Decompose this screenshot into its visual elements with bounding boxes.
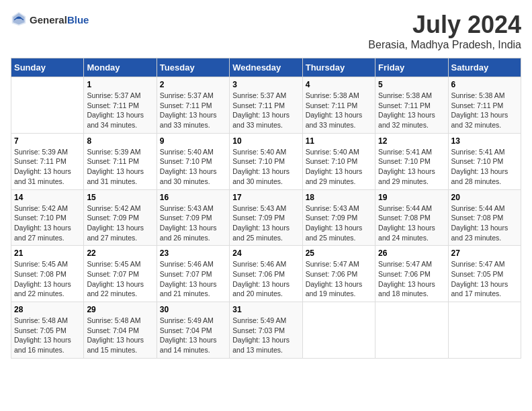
day-info: Sunrise: 5:38 AMSunset: 7:11 PMDaylight:… — [306, 91, 372, 130]
day-number: 10 — [232, 136, 299, 146]
logo-icon — [11, 11, 27, 27]
day-info: Sunrise: 5:48 AMSunset: 7:05 PMDaylight:… — [14, 316, 81, 355]
day-info: Sunrise: 5:44 AMSunset: 7:08 PMDaylight:… — [378, 203, 445, 243]
calendar-cell: 11Sunrise: 5:40 AMSunset: 7:10 PMDayligh… — [302, 133, 375, 189]
day-number: 20 — [451, 193, 518, 202]
day-number: 26 — [378, 248, 445, 258]
day-header-friday: Friday — [375, 58, 448, 77]
day-info: Sunrise: 5:37 AMSunset: 7:11 PMDaylight:… — [87, 91, 153, 130]
location-title: Berasia, Madhya Pradesh, India — [368, 39, 521, 51]
day-info: Sunrise: 5:43 AMSunset: 7:09 PMDaylight:… — [232, 203, 299, 243]
calendar-cell: 16Sunrise: 5:43 AMSunset: 7:09 PMDayligh… — [157, 189, 229, 246]
calendar-cell — [448, 302, 521, 359]
day-number: 19 — [378, 193, 445, 202]
day-info: Sunrise: 5:45 AMSunset: 7:08 PMDaylight:… — [14, 259, 81, 299]
day-number: 27 — [451, 248, 518, 258]
calendar-week-row: 1Sunrise: 5:37 AMSunset: 7:11 PMDaylight… — [11, 77, 521, 134]
calendar-cell: 31Sunrise: 5:49 AMSunset: 7:03 PMDayligh… — [230, 302, 302, 359]
calendar-cell: 30Sunrise: 5:49 AMSunset: 7:04 PMDayligh… — [157, 302, 229, 359]
month-title: July 2024 — [368, 11, 521, 39]
calendar-cell: 13Sunrise: 5:41 AMSunset: 7:10 PMDayligh… — [448, 133, 521, 189]
calendar-cell: 9Sunrise: 5:40 AMSunset: 7:10 PMDaylight… — [157, 133, 229, 189]
day-number: 16 — [160, 193, 226, 202]
day-number: 25 — [306, 248, 372, 258]
calendar-cell: 25Sunrise: 5:47 AMSunset: 7:06 PMDayligh… — [302, 246, 375, 302]
calendar-cell: 2Sunrise: 5:37 AMSunset: 7:11 PMDaylight… — [157, 77, 229, 134]
calendar-cell: 14Sunrise: 5:42 AMSunset: 7:10 PMDayligh… — [11, 189, 84, 246]
day-info: Sunrise: 5:45 AMSunset: 7:07 PMDaylight:… — [87, 259, 153, 299]
day-info: Sunrise: 5:49 AMSunset: 7:04 PMDaylight:… — [160, 316, 226, 355]
day-info: Sunrise: 5:49 AMSunset: 7:03 PMDaylight:… — [232, 316, 299, 355]
day-info: Sunrise: 5:40 AMSunset: 7:10 PMDaylight:… — [306, 147, 372, 187]
day-number: 13 — [451, 136, 518, 146]
calendar-cell: 18Sunrise: 5:43 AMSunset: 7:09 PMDayligh… — [302, 189, 375, 246]
logo-general: GeneralBlue — [30, 14, 89, 26]
day-number: 28 — [14, 305, 81, 314]
day-number: 6 — [451, 80, 518, 89]
day-number: 1 — [87, 80, 153, 89]
day-number: 30 — [160, 305, 226, 314]
calendar-cell: 17Sunrise: 5:43 AMSunset: 7:09 PMDayligh… — [230, 189, 302, 246]
calendar-cell: 21Sunrise: 5:45 AMSunset: 7:08 PMDayligh… — [11, 246, 84, 302]
header: GeneralBlue July 2024 Berasia, Madhya Pr… — [11, 11, 521, 51]
day-info: Sunrise: 5:39 AMSunset: 7:11 PMDaylight:… — [87, 147, 153, 187]
day-number: 23 — [160, 248, 226, 258]
day-info: Sunrise: 5:39 AMSunset: 7:11 PMDaylight:… — [14, 147, 81, 187]
calendar-week-row: 7Sunrise: 5:39 AMSunset: 7:11 PMDaylight… — [11, 133, 521, 189]
calendar-cell: 19Sunrise: 5:44 AMSunset: 7:08 PMDayligh… — [375, 189, 448, 246]
day-number: 12 — [378, 136, 445, 146]
day-info: Sunrise: 5:47 AMSunset: 7:06 PMDaylight:… — [378, 259, 445, 299]
calendar-cell: 20Sunrise: 5:44 AMSunset: 7:08 PMDayligh… — [448, 189, 521, 246]
day-info: Sunrise: 5:40 AMSunset: 7:10 PMDaylight:… — [232, 147, 299, 187]
day-number: 3 — [232, 80, 299, 89]
calendar-cell: 28Sunrise: 5:48 AMSunset: 7:05 PMDayligh… — [11, 302, 84, 359]
day-header-monday: Monday — [84, 58, 157, 77]
day-info: Sunrise: 5:46 AMSunset: 7:06 PMDaylight:… — [232, 259, 299, 299]
day-info: Sunrise: 5:47 AMSunset: 7:05 PMDaylight:… — [451, 259, 518, 299]
calendar-cell: 22Sunrise: 5:45 AMSunset: 7:07 PMDayligh… — [84, 246, 157, 302]
day-info: Sunrise: 5:42 AMSunset: 7:10 PMDaylight:… — [14, 203, 81, 243]
day-info: Sunrise: 5:48 AMSunset: 7:04 PMDaylight:… — [87, 316, 153, 355]
calendar-cell — [11, 77, 84, 134]
calendar-cell: 7Sunrise: 5:39 AMSunset: 7:11 PMDaylight… — [11, 133, 84, 189]
calendar-header-row: SundayMondayTuesdayWednesdayThursdayFrid… — [11, 58, 521, 77]
day-number: 21 — [14, 248, 81, 258]
day-number: 17 — [232, 193, 299, 202]
day-info: Sunrise: 5:42 AMSunset: 7:09 PMDaylight:… — [87, 203, 153, 243]
calendar-cell: 8Sunrise: 5:39 AMSunset: 7:11 PMDaylight… — [84, 133, 157, 189]
calendar-week-row: 28Sunrise: 5:48 AMSunset: 7:05 PMDayligh… — [11, 302, 521, 359]
day-info: Sunrise: 5:38 AMSunset: 7:11 PMDaylight:… — [451, 91, 518, 130]
logo: GeneralBlue — [11, 11, 89, 30]
day-info: Sunrise: 5:41 AMSunset: 7:10 PMDaylight:… — [378, 147, 445, 187]
day-header-tuesday: Tuesday — [157, 58, 229, 77]
day-header-saturday: Saturday — [448, 58, 521, 77]
day-info: Sunrise: 5:37 AMSunset: 7:11 PMDaylight:… — [232, 91, 299, 130]
calendar-cell: 1Sunrise: 5:37 AMSunset: 7:11 PMDaylight… — [84, 77, 157, 134]
calendar-cell — [302, 302, 375, 359]
calendar-cell — [375, 302, 448, 359]
calendar-cell: 24Sunrise: 5:46 AMSunset: 7:06 PMDayligh… — [230, 246, 302, 302]
calendar-cell: 27Sunrise: 5:47 AMSunset: 7:05 PMDayligh… — [448, 246, 521, 302]
day-number: 4 — [306, 80, 372, 89]
calendar-cell: 5Sunrise: 5:38 AMSunset: 7:11 PMDaylight… — [375, 77, 448, 134]
calendar-week-row: 14Sunrise: 5:42 AMSunset: 7:10 PMDayligh… — [11, 189, 521, 246]
calendar-cell: 12Sunrise: 5:41 AMSunset: 7:10 PMDayligh… — [375, 133, 448, 189]
day-info: Sunrise: 5:43 AMSunset: 7:09 PMDaylight:… — [306, 203, 372, 243]
calendar-week-row: 21Sunrise: 5:45 AMSunset: 7:08 PMDayligh… — [11, 246, 521, 302]
title-area: July 2024 Berasia, Madhya Pradesh, India — [368, 11, 521, 51]
day-info: Sunrise: 5:47 AMSunset: 7:06 PMDaylight:… — [306, 259, 372, 299]
day-info: Sunrise: 5:43 AMSunset: 7:09 PMDaylight:… — [160, 203, 226, 243]
day-header-sunday: Sunday — [11, 58, 84, 77]
day-number: 7 — [14, 136, 81, 146]
calendar-cell: 4Sunrise: 5:38 AMSunset: 7:11 PMDaylight… — [302, 77, 375, 134]
day-info: Sunrise: 5:41 AMSunset: 7:10 PMDaylight:… — [451, 147, 518, 187]
day-number: 18 — [306, 193, 372, 202]
calendar-cell: 15Sunrise: 5:42 AMSunset: 7:09 PMDayligh… — [84, 189, 157, 246]
calendar-cell: 26Sunrise: 5:47 AMSunset: 7:06 PMDayligh… — [375, 246, 448, 302]
day-info: Sunrise: 5:46 AMSunset: 7:07 PMDaylight:… — [160, 259, 226, 299]
day-number: 9 — [160, 136, 226, 146]
day-header-wednesday: Wednesday — [230, 58, 302, 77]
calendar-cell: 29Sunrise: 5:48 AMSunset: 7:04 PMDayligh… — [84, 302, 157, 359]
day-number: 14 — [14, 193, 81, 202]
day-header-thursday: Thursday — [302, 58, 375, 77]
